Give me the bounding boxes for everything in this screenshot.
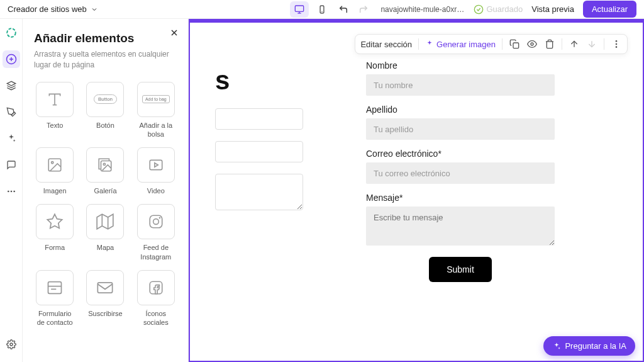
settings-button[interactable]	[3, 336, 20, 353]
ai-tools-button[interactable]	[3, 130, 20, 147]
form-icon	[46, 279, 64, 297]
submit-button[interactable]: Submit	[429, 257, 492, 282]
svg-marker-10	[7, 81, 15, 86]
move-up-button[interactable]	[569, 38, 580, 50]
desktop-icon	[294, 4, 304, 14]
add-elements-button[interactable]	[3, 50, 20, 68]
hidden-input-1[interactable]	[215, 108, 303, 130]
undo-button[interactable]	[335, 1, 352, 18]
layers-icon	[6, 81, 16, 91]
svg-point-30	[153, 219, 158, 225]
element-map[interactable]: Mapa	[84, 204, 126, 261]
ask-ai-button[interactable]: Preguntar a la IA	[543, 336, 635, 356]
page-url[interactable]: navajowhite-mule-a0xrbjxe2...	[375, 3, 470, 16]
hidden-textarea[interactable]	[215, 174, 303, 210]
visibility-button[interactable]	[526, 38, 538, 50]
desktop-device-button[interactable]	[290, 1, 309, 18]
site-switcher[interactable]: Creador de sitios web	[8, 4, 98, 14]
lastname-input[interactable]	[366, 118, 555, 140]
move-down-button[interactable]	[586, 38, 597, 50]
more-options-button[interactable]	[611, 38, 622, 50]
heading-fragment: s	[215, 65, 230, 96]
svg-rect-35	[98, 283, 113, 293]
eye-icon	[527, 39, 537, 49]
delete-button[interactable]	[544, 38, 555, 50]
element-gallery[interactable]: Galería	[84, 147, 126, 195]
svg-point-6	[7, 28, 16, 37]
chevron-down-icon	[91, 6, 98, 13]
element-button[interactable]: Button Botón	[84, 82, 126, 139]
email-input[interactable]	[366, 162, 555, 184]
left-rail	[0, 19, 23, 362]
panel-title: Añadir elementos	[34, 31, 177, 45]
elements-panel: Añadir elementos Arrastra y suelta eleme…	[23, 19, 189, 362]
more-horizontal-icon	[6, 186, 16, 196]
logo-icon[interactable]	[3, 24, 20, 42]
sparkle-icon	[425, 40, 434, 48]
button-chip: Button	[94, 94, 117, 104]
element-contact-form[interactable]: Formulario de contacto	[34, 270, 75, 327]
close-panel-button[interactable]	[169, 28, 179, 38]
edit-section-button[interactable]: Editar sección	[360, 40, 412, 49]
mobile-device-button[interactable]	[313, 1, 331, 18]
svg-marker-24	[155, 163, 158, 167]
pen-icon	[6, 107, 16, 117]
arrow-up-icon	[569, 39, 579, 49]
message-textarea[interactable]	[366, 206, 555, 246]
element-video[interactable]: Video	[135, 147, 177, 195]
element-social-icons[interactable]: Íconos sociales	[135, 270, 177, 327]
lastname-label: Apellido	[366, 105, 555, 115]
plus-circle-icon	[6, 54, 17, 65]
svg-point-20	[52, 162, 53, 164]
sparkles-icon	[6, 133, 16, 144]
layers-button[interactable]	[3, 77, 20, 94]
svg-point-13	[13, 191, 15, 193]
element-text[interactable]: Texto	[34, 82, 75, 139]
duplicate-button[interactable]	[509, 38, 520, 50]
check-circle-icon	[474, 4, 484, 14]
generate-image-button[interactable]: Generar imagen	[425, 40, 496, 49]
svg-rect-32	[48, 282, 62, 294]
svg-point-14	[10, 343, 13, 346]
svg-point-42	[616, 43, 618, 45]
element-subscribe[interactable]: Suscribirse	[84, 270, 126, 327]
sparkle-icon	[552, 342, 561, 351]
svg-marker-25	[47, 215, 62, 229]
addtobag-chip: Add to bag	[142, 95, 170, 103]
update-button[interactable]: Actualizar	[583, 1, 636, 18]
envelope-icon	[96, 279, 114, 297]
comment-icon	[6, 160, 16, 170]
image-icon	[47, 157, 63, 173]
more-vertical-icon	[611, 39, 621, 49]
gear-icon	[6, 339, 16, 349]
section-toolbar: Editar sección Generar imagen	[355, 34, 628, 54]
divider	[418, 38, 419, 50]
svg-point-38	[531, 43, 533, 45]
name-input[interactable]	[366, 74, 555, 96]
page-frame[interactable]: Editar sección Generar imagen s	[189, 19, 644, 362]
name-label: Nombre	[366, 60, 555, 71]
styles-button[interactable]	[3, 103, 20, 121]
ask-ai-label: Preguntar a la IA	[565, 341, 626, 351]
divider	[604, 38, 604, 50]
more-button[interactable]	[3, 183, 20, 200]
contact-form: Nombre Apellido Correo electrónico* Mens…	[366, 60, 555, 342]
element-instagram[interactable]: Feed de Instagram	[135, 204, 177, 261]
redo-icon	[358, 4, 369, 14]
topbar: Creador de sitios web navajowhite-mule-a…	[0, 0, 644, 19]
preview-button[interactable]: Vista previa	[531, 4, 574, 14]
mobile-icon	[318, 5, 326, 14]
undo-icon	[338, 4, 348, 14]
element-shape[interactable]: Forma	[34, 204, 75, 261]
comments-button[interactable]	[3, 156, 20, 174]
message-label: Mensaje*	[366, 193, 555, 203]
svg-point-41	[616, 40, 618, 42]
element-add-to-bag[interactable]: Add to bag Añadir a la bolsa	[135, 82, 177, 139]
saved-label: Guardado	[486, 4, 523, 14]
redo-button[interactable]	[355, 1, 372, 18]
copy-icon	[509, 39, 519, 49]
arrow-down-icon	[587, 39, 597, 49]
element-image[interactable]: Imagen	[34, 147, 75, 195]
instagram-icon	[148, 213, 164, 230]
hidden-input-2[interactable]	[215, 141, 303, 162]
